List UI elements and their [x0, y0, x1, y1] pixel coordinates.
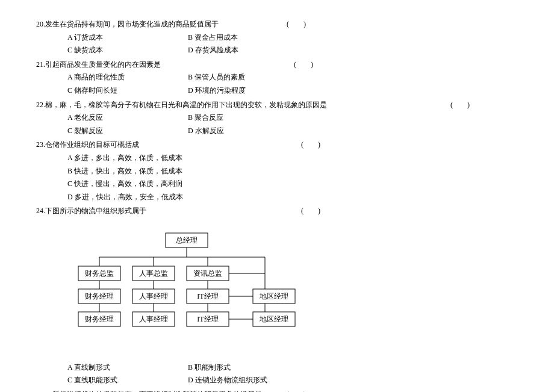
q20-options: A 订货成本 B 资金占用成本 C 缺货成本 D 存货风险成本: [36, 31, 518, 57]
q20-text: 发生在货品持有期间，因市场变化造成的商品贬值属于 ( ): [45, 18, 518, 31]
q23-opt-c: C 快进，慢出，高效，保质，高利润: [67, 178, 518, 191]
org-top: 总经理: [175, 236, 198, 244]
question-21: 21. 引起商品发生质量变化的内在因素是 ( ) A 商品的理化性质 B 保管人…: [36, 58, 518, 98]
q21-options: A 商品的理化性质 B 保管人员的素质 C 储存时间长短 D 环境的污染程度: [36, 71, 518, 97]
org-c1r1: 财务总监: [85, 269, 114, 278]
q24-opt-d: D 连锁业务物流组织形式: [188, 374, 308, 387]
q22-opt-d: D 水解反应: [188, 125, 308, 138]
q21-opt-c: C 储存时间长短: [67, 84, 188, 98]
q25-num: 25.: [36, 388, 45, 392]
org-c2r2: 人事经理: [139, 292, 168, 300]
q24-num: 24.: [36, 205, 45, 218]
org-c4r3: 地区经理: [259, 315, 288, 323]
q20-text-content: 发生在货品持有期间，因市场变化造成的商品贬值属于: [45, 20, 219, 28]
org-c1r2: 财务经理: [85, 292, 114, 300]
q23-paren: ( ): [301, 140, 320, 149]
q24-text: 下图所示的物流中组织形式属于 ( ): [45, 205, 518, 218]
q23-text: 仓储作业组织的目标可概括成 ( ): [45, 138, 518, 152]
q21-opt-d: D 环境的污染程度: [188, 84, 308, 98]
question-22: 22. 棉，麻，毛，橡胶等高分子有机物在日光和高温的作用下出现的变软，发粘现象的…: [36, 99, 518, 138]
question-24: 24. 下图所示的物流中组织形式属于 ( ) 总经理 财务总监 人事: [36, 205, 518, 387]
q20-opt-d: D 存货风险成本: [188, 44, 308, 57]
q24-opt-a: A 直线制形式: [67, 361, 188, 375]
question-23: 23. 仓储作业组织的目标可概括成 ( ) A 多进，多出，高效，保质，低成本 …: [36, 138, 518, 204]
q21-text: 引起商品发生质量变化的内在因素是 ( ): [45, 58, 518, 72]
org-c1r3: 财务经理: [85, 315, 114, 323]
q24-opt-b: B 职能制形式: [188, 361, 308, 375]
q21-num: 21.: [36, 58, 45, 72]
org-c2r3: 人事经理: [139, 315, 168, 323]
q20-opt-a: A 订货成本: [67, 31, 188, 45]
q20-num: 20.: [36, 18, 45, 31]
q23-opt-b: B 快进，快出，高效，保质，低成本: [67, 165, 518, 178]
q24-text-content: 下图所示的物流中组织形式属于: [45, 207, 146, 215]
q23-opt-d: D 多进，快出，高效，安全，低成本: [67, 191, 518, 204]
q23-options: A 多进，多出，高效，保质，低成本 B 快进，快出，高效，保质，低成本 C 快进…: [36, 152, 518, 204]
q22-opt-b: B 聚合反应: [188, 111, 308, 125]
org-c3r3: IT经理: [197, 315, 218, 323]
q20-opt-c: C 缺货成本: [67, 44, 188, 57]
q24-paren: ( ): [301, 207, 320, 215]
q25-text: 一般仅进行货物的保税储存，而不进行制造和其他贸易服务的场所是 ( ): [45, 388, 518, 392]
q22-opt-c: C 裂解反应: [67, 125, 188, 138]
q21-opt-a: A 商品的理化性质: [67, 71, 188, 84]
q21-paren: ( ): [294, 60, 313, 69]
org-c4r2: 地区经理: [259, 292, 288, 300]
q20-paren: ( ): [287, 20, 306, 28]
q23-opt-a: A 多进，多出，高效，保质，低成本: [67, 152, 518, 165]
question-20: 20. 发生在货品持有期间，因市场变化造成的商品贬值属于 ( ) A 订货成本 …: [36, 18, 518, 57]
q22-options: A 老化反应 B 聚合反应 C 裂解反应 D 水解反应: [36, 111, 518, 137]
q20-opt-b: B 资金占用成本: [188, 31, 308, 45]
org-c3r1: 资讯总监: [193, 269, 222, 278]
org-chart: 总经理 财务总监 人事总监 资讯总监: [72, 230, 518, 352]
q24-options: A 直线制形式 B 职能制形式 C 直线职能形式 D 连锁业务物流组织形式: [36, 361, 518, 387]
q23-num: 23.: [36, 138, 45, 152]
q22-text: 棉，麻，毛，橡胶等高分子有机物在日光和高温的作用下出现的变软，发粘现象的原因是: [45, 99, 518, 112]
q22-opt-a: A 老化反应: [67, 111, 188, 125]
org-chart-svg: 总经理 财务总监 人事总监 资讯总监: [72, 230, 325, 347]
q24-opt-c: C 直线职能形式: [67, 374, 188, 387]
question-25: 25. 一般仅进行货物的保税储存，而不进行制造和其他贸易服务的场所是 ( ) A…: [36, 388, 518, 392]
q22-num: 22.: [36, 99, 45, 112]
q23-text-content: 仓储作业组织的目标可概括成: [45, 140, 139, 149]
org-c2r1: 人事总监: [139, 269, 168, 278]
q22-text-content: 棉，麻，毛，橡胶等高分子有机物在日光和高温的作用下出现的变软，发粘现象的原因是: [45, 101, 327, 109]
q21-opt-b: B 保管人员的素质: [188, 71, 308, 84]
q22-paren: ( ): [450, 99, 470, 112]
org-c3r2: IT经理: [197, 292, 218, 300]
q21-text-content: 引起商品发生质量变化的内在因素是: [45, 60, 161, 69]
